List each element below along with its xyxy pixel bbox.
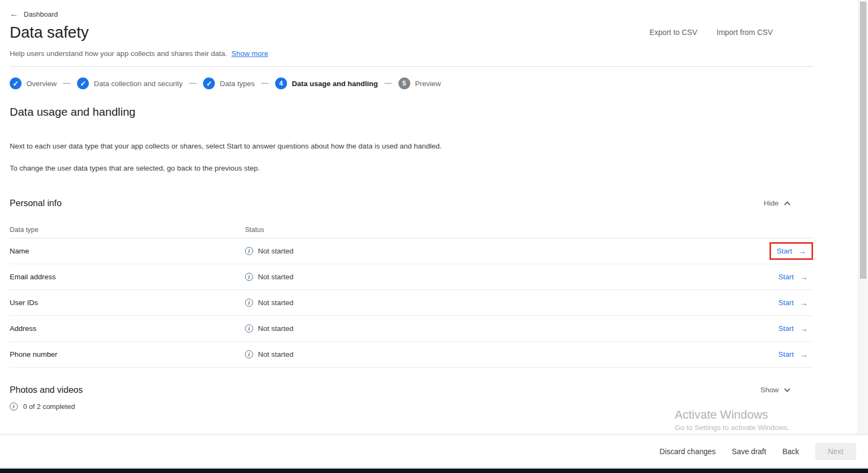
column-header-status: Status <box>245 226 813 234</box>
info-icon: i <box>10 403 18 411</box>
step-preview[interactable]: 5 Preview <box>398 77 441 89</box>
step-label: Data collection and security <box>94 80 183 88</box>
start-button-email-address[interactable]: Start → <box>773 270 813 284</box>
watermark-line2: Go to Settings to activate Windows. <box>675 423 789 432</box>
step-separator <box>261 83 269 84</box>
toggle-label: Show <box>760 386 779 394</box>
step-label: Data usage and handling <box>292 80 378 88</box>
taskbar-edge <box>0 469 868 473</box>
data-type-cell: Address <box>10 324 245 333</box>
scrollbar-thumb[interactable] <box>860 2 866 279</box>
data-type-cell: Name <box>10 247 245 255</box>
save-draft-button[interactable]: Save draft <box>732 447 766 456</box>
info-icon: i <box>245 247 253 255</box>
start-button-name-highlighted[interactable]: Start → <box>769 242 813 260</box>
data-type-cell: Phone number <box>10 350 245 358</box>
status-text: Not started <box>258 247 293 255</box>
page-subtitle: Help users understand how your app colle… <box>10 50 227 58</box>
photos-videos-header: Photos and videos Show <box>10 385 813 395</box>
stepper: ✓ Overview ✓ Data collection and securit… <box>10 77 813 89</box>
start-button-phone-number[interactable]: Start → <box>773 347 813 362</box>
progress-text: 0 of 2 completed <box>23 403 75 411</box>
back-arrow-icon: ← <box>10 10 18 18</box>
back-button[interactable]: Back <box>782 447 799 456</box>
step-label: Overview <box>26 80 57 88</box>
toggle-label: Hide <box>764 199 779 207</box>
check-icon: ✓ <box>10 77 22 89</box>
table-row: Address i Not started Start → <box>10 316 813 342</box>
step-data-usage-and-handling[interactable]: 4 Data usage and handling <box>275 77 378 89</box>
arrow-right-icon: → <box>800 350 808 358</box>
info-icon: i <box>245 273 253 281</box>
chevron-up-icon <box>784 201 790 207</box>
intro-paragraph-1: Next to each user data type that your ap… <box>10 141 813 152</box>
info-icon: i <box>245 350 253 358</box>
import-csv-button[interactable]: Import from CSV <box>717 28 773 37</box>
step-overview[interactable]: ✓ Overview <box>10 77 57 89</box>
table-row: User IDs i Not started Start → <box>10 290 813 316</box>
start-button-address[interactable]: Start → <box>773 321 813 336</box>
activate-windows-watermark: Activate Windows Go to Settings to activ… <box>675 408 789 432</box>
personal-info-hide-toggle[interactable]: Hide <box>764 199 789 207</box>
table-row: Name i Not started Start → <box>10 238 813 264</box>
arrow-right-icon: → <box>800 324 808 333</box>
photos-videos-show-toggle[interactable]: Show <box>760 386 789 394</box>
status-text: Not started <box>258 273 293 281</box>
data-safety-page: ← Dashboard Data safety Export to CSV Im… <box>10 0 813 411</box>
arrow-right-icon: → <box>798 247 806 255</box>
status-text: Not started <box>258 299 293 307</box>
photos-videos-progress: i 0 of 2 completed <box>10 403 813 411</box>
personal-info-header: Personal info Hide <box>10 198 813 208</box>
vertical-scrollbar[interactable] <box>858 0 868 434</box>
start-label: Start <box>778 273 794 281</box>
check-icon: ✓ <box>77 77 89 89</box>
intro-paragraph-2: To change the user data types that are s… <box>10 163 813 174</box>
back-label: Dashboard <box>24 10 58 18</box>
photos-videos-title: Photos and videos <box>10 385 83 395</box>
next-button-disabled[interactable]: Next <box>815 443 856 460</box>
status-text: Not started <box>258 350 293 358</box>
table-row: Email address i Not started Start → <box>10 264 813 290</box>
data-type-cell: User IDs <box>10 299 245 307</box>
header-divider <box>10 66 813 67</box>
step-number-icon: 5 <box>398 77 410 89</box>
section-heading: Data usage and handling <box>10 105 813 118</box>
step-separator <box>189 83 197 84</box>
footer-action-bar: Discard changes Save draft Back Next <box>0 434 868 469</box>
arrow-right-icon: → <box>800 299 808 307</box>
info-icon: i <box>245 324 253 333</box>
column-header-data-type: Data type <box>10 226 245 234</box>
personal-info-table: Data type Status Name i Not started Star… <box>10 221 813 368</box>
start-button-user-ids[interactable]: Start → <box>773 295 813 310</box>
step-number-icon: 4 <box>275 77 287 89</box>
step-label: Data types <box>220 80 255 88</box>
start-label: Start <box>778 350 794 358</box>
discard-changes-button[interactable]: Discard changes <box>660 447 716 456</box>
step-label: Preview <box>415 80 441 88</box>
personal-info-title: Personal info <box>10 198 61 208</box>
show-more-link[interactable]: Show more <box>232 50 268 58</box>
status-text: Not started <box>258 324 293 333</box>
step-data-collection-and-security[interactable]: ✓ Data collection and security <box>77 77 183 89</box>
start-label: Start <box>778 324 794 333</box>
step-separator <box>63 83 71 84</box>
data-type-cell: Email address <box>10 273 245 281</box>
table-header-row: Data type Status <box>10 221 813 238</box>
header-actions: Export to CSV Import from CSV <box>649 28 773 37</box>
step-data-types[interactable]: ✓ Data types <box>203 77 255 89</box>
back-to-dashboard-link[interactable]: ← Dashboard <box>10 0 813 18</box>
page-subtitle-row: Help users understand how your app colle… <box>10 50 813 58</box>
chevron-down-icon <box>784 386 790 392</box>
export-csv-button[interactable]: Export to CSV <box>649 28 697 37</box>
step-separator <box>384 83 392 84</box>
info-icon: i <box>245 299 253 307</box>
arrow-right-icon: → <box>800 273 808 281</box>
start-label: Start <box>778 299 794 307</box>
table-row: Phone number i Not started Start → <box>10 342 813 368</box>
check-icon: ✓ <box>203 77 215 89</box>
start-label: Start <box>776 247 792 255</box>
